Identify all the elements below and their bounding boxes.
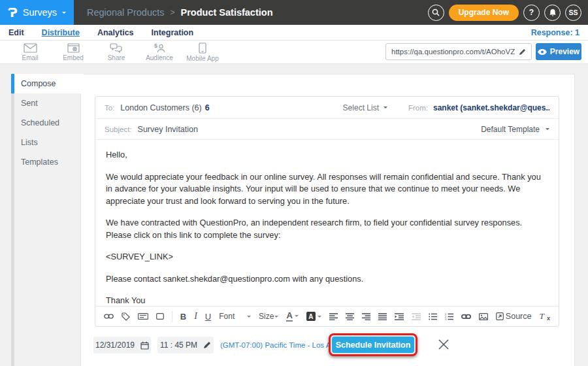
edit-pencil-icon	[203, 341, 211, 349]
help-icon: ?	[529, 8, 534, 17]
response-count[interactable]: Response: 1	[531, 28, 580, 37]
numbered-list-button[interactable]: 123	[445, 313, 453, 320]
body-paragraph: We would appreciate your feedback in our…	[106, 171, 548, 208]
audience-icon: $	[153, 43, 166, 53]
size-label: Size	[259, 312, 274, 321]
mobile-app-icon	[199, 42, 206, 54]
to-value[interactable]: London Customers (6)	[120, 103, 201, 112]
chevron-down-icon	[318, 316, 321, 318]
justify-button[interactable]	[378, 313, 387, 320]
breadcrumb-parent[interactable]: Regional Products	[87, 7, 165, 18]
search-button[interactable]	[428, 5, 444, 21]
background-color-button[interactable]: A	[306, 312, 321, 321]
bold-button[interactable]: B	[180, 312, 186, 322]
survey-url-field[interactable]: https://qa.questionpro.com/t/AOhoVZfqml	[385, 43, 532, 60]
insert-link-button[interactable]	[461, 314, 471, 320]
size-dropdown[interactable]: Size	[259, 312, 278, 321]
share-icon	[110, 43, 123, 53]
indent-increase-button[interactable]	[395, 313, 404, 320]
chevron-down-icon	[384, 107, 387, 108]
remove-format-button[interactable]: T x	[539, 311, 550, 322]
sidebar-item-templates[interactable]: Templates	[14, 152, 80, 172]
to-row-right: Select List From: sanket (sanket.shekdar…	[343, 103, 549, 112]
channel-email[interactable]: Email	[8, 43, 52, 61]
insert-field-button[interactable]	[138, 313, 148, 320]
page: Ɂ Surveys Regional Products > Product Sa…	[0, 0, 588, 366]
avatar[interactable]: SS	[565, 5, 581, 21]
breadcrumb: Regional Products > Product Satisfaction	[87, 7, 273, 18]
font-dropdown[interactable]: Font	[219, 312, 251, 321]
tab-distribute[interactable]: Distribute	[42, 28, 80, 37]
align-center-button[interactable]	[346, 313, 354, 320]
notifications-button[interactable]	[544, 5, 561, 21]
template-label: Default Template	[481, 125, 540, 134]
chevron-down-icon	[295, 315, 299, 317]
recipient-count[interactable]: 6	[205, 103, 210, 112]
channel-embed[interactable]: Embed	[52, 43, 95, 61]
sidebar-item-lists[interactable]: Lists	[14, 133, 80, 152]
chevron-down-icon	[546, 128, 549, 130]
indent-increase-icon	[395, 313, 404, 320]
link-icon	[461, 314, 471, 320]
subject-label: Subject:	[105, 125, 132, 133]
surveys-menu[interactable]: Ɂ Surveys	[0, 0, 74, 25]
upgrade-now-button[interactable]: Upgrade Now	[449, 5, 519, 21]
align-right-button[interactable]	[362, 313, 370, 320]
subject-value[interactable]: Survey Invitation	[138, 125, 198, 134]
sidebar-item-sent[interactable]: Sent	[14, 93, 80, 113]
tag-icon	[122, 312, 130, 321]
template-dropdown[interactable]: Default Template	[481, 125, 549, 134]
align-left-button[interactable]	[329, 313, 338, 320]
bullet-list-icon	[429, 313, 437, 320]
subject-row: Subject: Survey Invitation Default Templ…	[95, 119, 559, 140]
channel-label: Share	[108, 54, 125, 61]
tab-analytics[interactable]: Analytics	[97, 28, 134, 37]
svg-text:3: 3	[445, 318, 447, 320]
schedule-date-field[interactable]: 12/31/2019	[93, 337, 151, 354]
tab-integration[interactable]: Integration	[152, 28, 194, 37]
channel-label: Mobile App	[186, 55, 218, 62]
channel-mobile-app[interactable]: Mobile App	[181, 42, 224, 62]
preview-button[interactable]: Preview	[536, 43, 581, 60]
chevron-down-icon	[247, 316, 251, 318]
breadcrumb-current: Product Satisfaction	[181, 7, 273, 18]
body-paragraph: <SURVEY_LINK>	[106, 251, 548, 263]
toolbar-divider	[172, 311, 172, 322]
editor-toolbar: B I U Font Size A A	[95, 306, 559, 326]
schedule-invitation-button[interactable]: Schedule Invitation	[332, 337, 414, 353]
tab-edit[interactable]: Edit	[8, 28, 24, 37]
italic-button[interactable]: I	[194, 311, 197, 322]
insert-tag-button[interactable]	[122, 312, 130, 321]
bullet-list-button[interactable]	[429, 313, 437, 320]
select-list-dropdown[interactable]: Select List	[343, 103, 387, 112]
body-paragraph: Thank You	[106, 295, 548, 306]
link-icon	[104, 313, 114, 320]
channel-label: Email	[22, 54, 38, 61]
text-color-icon: A	[286, 311, 292, 322]
channel-share[interactable]: Share	[95, 43, 138, 61]
preview-label: Preview	[550, 47, 580, 56]
source-button[interactable]: Source	[496, 312, 532, 321]
text-color-button[interactable]: A	[286, 311, 298, 322]
insert-survey-link-button[interactable]	[104, 313, 114, 320]
field-icon	[138, 313, 148, 320]
numbered-list-icon: 123	[445, 313, 453, 320]
help-button[interactable]: ?	[523, 5, 540, 21]
email-body-editor[interactable]: Hello, We would appreciate your feedback…	[95, 141, 559, 306]
from-value[interactable]: sanket (sanket.shekdar@ques...	[433, 103, 549, 112]
indent-decrease-button[interactable]	[412, 313, 421, 320]
underline-button[interactable]: U	[205, 312, 211, 322]
schedule-time-field[interactable]: 11 : 45 PM	[157, 337, 214, 354]
sidebar-item-scheduled[interactable]: Scheduled	[14, 113, 80, 133]
align-center-icon	[346, 313, 354, 320]
embed-icon	[67, 43, 80, 53]
insert-button-button[interactable]	[156, 313, 164, 320]
source-icon	[496, 312, 504, 320]
sidebar-item-compose[interactable]: Compose	[11, 74, 84, 93]
channel-audience[interactable]: $ Audience	[138, 43, 181, 61]
select-list-label: Select List	[343, 103, 379, 112]
close-button[interactable]	[438, 339, 449, 350]
image-icon	[479, 313, 488, 320]
chevron-down-icon	[62, 12, 66, 14]
insert-image-button[interactable]	[479, 313, 488, 320]
